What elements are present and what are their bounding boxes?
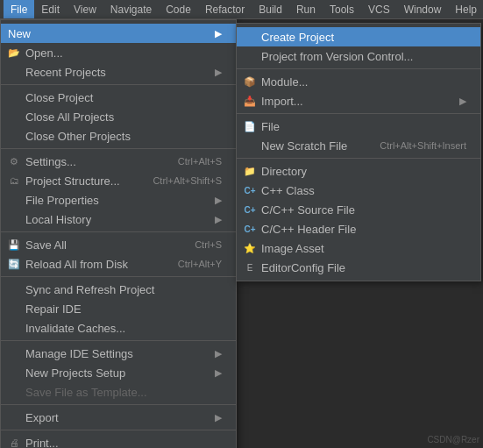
menu-help[interactable]: Help — [448, 0, 483, 18]
proj-struct-icon: 🗂 — [6, 175, 22, 186]
separator — [1, 84, 236, 85]
menu-item-close-project[interactable]: Close Project — [1, 88, 236, 107]
save-template-label: Save File as Template... — [25, 386, 147, 399]
menu-edit[interactable]: Edit — [34, 0, 67, 18]
reload-icon: 🔄 — [6, 259, 22, 270]
menu-item-close-other[interactable]: Close Other Projects — [1, 126, 236, 146]
menu-item-proj-struct[interactable]: 🗂 Project Structure... Ctrl+Alt+Shift+S — [1, 171, 236, 190]
menu-navigate[interactable]: Navigate — [103, 0, 159, 18]
menu-code[interactable]: Code — [159, 0, 198, 18]
menu-item-new[interactable]: New ▶ — [1, 24, 236, 43]
create-project-label: Create Project — [261, 31, 334, 44]
separator — [1, 430, 236, 430]
menu-item-scratch-file[interactable]: New Scratch File Ctrl+Alt+Shift+Insert — [237, 136, 480, 155]
directory-icon: 📁 — [242, 166, 258, 177]
menu-item-invalidate[interactable]: Invalidate Caches... — [1, 318, 236, 338]
menu-file[interactable]: File — [4, 0, 34, 18]
new-label: New — [8, 27, 31, 40]
settings-label: Settings... — [25, 155, 76, 168]
menu-item-import[interactable]: 📥 Import... ▶ — [237, 91, 480, 110]
menu-item-sync[interactable]: Sync and Refresh Project — [1, 280, 236, 299]
proj-struct-shortcut: Ctrl+Alt+Shift+S — [135, 175, 222, 186]
print-label: Print... — [25, 437, 59, 449]
print-icon: 🖨 — [6, 437, 22, 448]
settings-shortcut: Ctrl+Alt+S — [160, 156, 222, 167]
separator — [1, 231, 236, 232]
menu-item-local-history[interactable]: Local History ▶ — [1, 210, 236, 229]
menu-window[interactable]: Window — [397, 0, 449, 18]
image-asset-icon: ⭐ — [242, 243, 258, 254]
open-label: Open... — [25, 46, 63, 60]
menu-item-file[interactable]: 📄 File — [237, 117, 480, 136]
submenu-arrow: ▶ — [215, 28, 222, 39]
settings-icon: ⚙ — [6, 156, 22, 167]
menu-item-editor-config[interactable]: E EditorConfig File — [237, 258, 480, 277]
menu-item-repair[interactable]: Repair IDE — [1, 299, 236, 318]
menu-item-directory[interactable]: 📁 Directory — [237, 161, 480, 181]
submenu-arrow: ▶ — [215, 214, 222, 225]
menu-vcs[interactable]: VCS — [361, 0, 397, 18]
watermark-text: CSDN@Rzer — [427, 435, 479, 444]
submenu-arrow: ▶ — [215, 348, 222, 359]
menu-item-recent[interactable]: Recent Projects ▶ — [1, 62, 236, 82]
repair-label: Repair IDE — [25, 302, 82, 316]
file-props-label: File Properties — [25, 194, 99, 207]
menu-item-image-asset[interactable]: ⭐ Image Asset — [237, 238, 480, 258]
menu-item-manage-ide[interactable]: Manage IDE Settings ▶ — [1, 344, 236, 363]
menu-item-file-props[interactable]: File Properties ▶ — [1, 190, 236, 210]
recent-label: Recent Projects — [25, 66, 106, 79]
project-vcs-label: Project from Version Control... — [261, 50, 413, 63]
menu-item-cpp-source[interactable]: C+ C/C++ Source File — [237, 200, 480, 219]
menu-item-save-all[interactable]: 💾 Save All Ctrl+S — [1, 235, 236, 254]
menu-item-cpp-class[interactable]: C+ C++ Class — [237, 181, 480, 200]
proj-struct-label: Project Structure... — [25, 174, 120, 188]
close-project-label: Close Project — [25, 91, 93, 104]
menu-item-settings[interactable]: ⚙ Settings... Ctrl+Alt+S — [1, 152, 236, 171]
close-all-label: Close All Projects — [25, 110, 114, 124]
menu-tools[interactable]: Tools — [323, 0, 361, 18]
menu-item-print[interactable]: 🖨 Print... — [1, 433, 236, 448]
separator — [237, 113, 480, 114]
menu-item-module[interactable]: 📦 Module... — [237, 72, 480, 91]
menu-item-reload[interactable]: 🔄 Reload All from Disk Ctrl+Alt+Y — [1, 254, 236, 274]
menu-item-new-proj-setup[interactable]: New Projects Setup ▶ — [1, 363, 236, 382]
menu-view[interactable]: View — [67, 0, 103, 18]
submenu-arrow: ▶ — [459, 96, 466, 107]
menu-item-create-project[interactable]: Create Project — [237, 27, 480, 46]
sync-label: Sync and Refresh Project — [25, 283, 154, 296]
menu-item-save-template[interactable]: Save File as Template... — [1, 382, 236, 402]
menu-item-close-all[interactable]: Close All Projects — [1, 107, 236, 126]
menu-build[interactable]: Build — [252, 0, 289, 18]
close-other-label: Close Other Projects — [25, 130, 131, 143]
scratch-file-label: New Scratch File — [261, 139, 347, 153]
menu-refactor[interactable]: Refactor — [198, 0, 252, 18]
submenu-arrow: ▶ — [215, 67, 222, 78]
file-icon: 📄 — [242, 121, 258, 132]
save-shortcut: Ctrl+S — [177, 239, 222, 250]
menu-item-open[interactable]: 📂 Open... — [1, 43, 236, 62]
separator — [237, 158, 480, 159]
scratch-shortcut: Ctrl+Alt+Shift+Insert — [362, 140, 466, 151]
manage-ide-label: Manage IDE Settings — [25, 347, 133, 360]
reload-shortcut: Ctrl+Alt+Y — [160, 259, 222, 269]
import-label: Import... — [261, 95, 303, 108]
cpp-source-icon: C+ — [242, 205, 258, 215]
menu-item-export[interactable]: Export ▶ — [1, 408, 236, 427]
import-icon: 📥 — [242, 96, 258, 107]
directory-label: Directory — [261, 165, 307, 178]
separator — [1, 340, 236, 341]
separator — [1, 276, 236, 277]
save-all-label: Save All — [25, 238, 67, 252]
new-submenu-dropdown: Create Project Project from Version Cont… — [236, 23, 481, 281]
separator — [237, 68, 480, 69]
cpp-header-label: C/C++ Header File — [261, 223, 356, 236]
menu-item-cpp-header[interactable]: C+ C/C++ Header File — [237, 219, 480, 238]
file-label: File — [261, 120, 280, 133]
separator — [1, 148, 236, 149]
menu-item-project-vcs[interactable]: Project from Version Control... — [237, 46, 480, 66]
menu-run[interactable]: Run — [289, 0, 323, 18]
image-asset-label: Image Asset — [261, 242, 324, 255]
invalidate-label: Invalidate Caches... — [25, 322, 125, 335]
open-icon: 📂 — [6, 47, 22, 59]
editor-config-icon: E — [242, 263, 258, 273]
